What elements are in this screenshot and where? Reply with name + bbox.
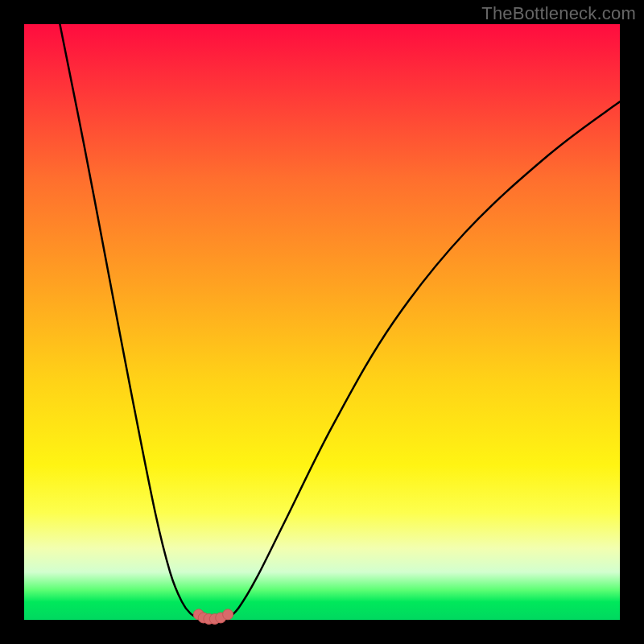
valley-marker-dots <box>193 609 233 625</box>
curve-left-branch <box>60 24 198 618</box>
valley-marker-dot <box>223 609 233 620</box>
chart-frame: TheBottleneck.com <box>0 0 644 644</box>
curves-svg <box>24 24 620 620</box>
watermark-text: TheBottleneck.com <box>481 3 636 24</box>
curve-right-branch <box>228 101 620 618</box>
plot-area <box>24 24 620 620</box>
